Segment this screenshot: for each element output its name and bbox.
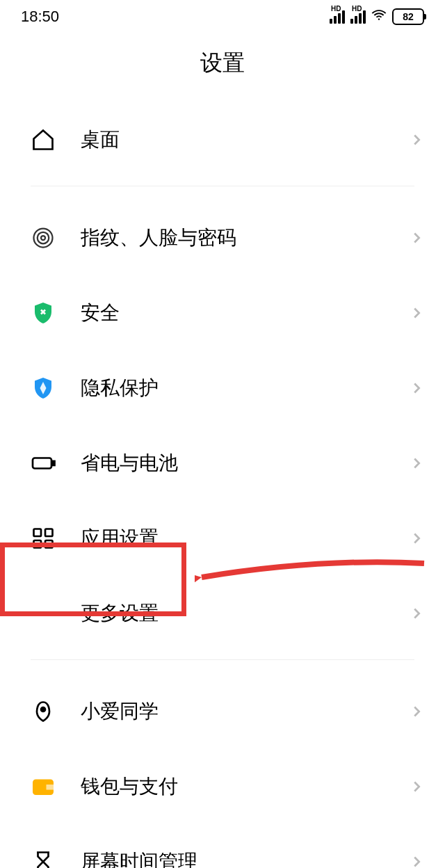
- signal-sim2-icon: HD: [350, 10, 366, 24]
- item-label: 小爱同学: [81, 698, 409, 725]
- settings-item-more[interactable]: 更多设置: [0, 576, 445, 651]
- chevron-right-icon: [409, 132, 424, 147]
- svg-rect-6: [34, 529, 42, 537]
- item-label: 安全: [81, 300, 409, 326]
- apps-grid-icon: [31, 526, 56, 551]
- settings-item-screentime[interactable]: 屏幕时间管理: [0, 824, 445, 868]
- settings-item-battery[interactable]: 省电与电池: [0, 426, 445, 501]
- svg-rect-9: [45, 540, 53, 548]
- chevron-right-icon: [409, 456, 424, 471]
- shield-icon: [31, 300, 56, 326]
- battery-icon: 82: [392, 8, 424, 25]
- svg-point-2: [41, 236, 45, 240]
- fingerprint-icon: [31, 225, 56, 250]
- chevron-right-icon: [409, 305, 424, 321]
- svg-rect-15: [47, 785, 54, 790]
- page-title: 设置: [0, 30, 445, 102]
- status-time: 18:50: [21, 8, 59, 26]
- item-label: 隐私保护: [81, 375, 409, 401]
- svg-point-1: [38, 232, 49, 244]
- item-label: 省电与电池: [81, 450, 409, 476]
- chevron-right-icon: [409, 606, 424, 621]
- chevron-right-icon: [409, 779, 424, 794]
- settings-item-apps[interactable]: 应用设置: [0, 501, 445, 576]
- settings-item-ai-assistant[interactable]: 小爱同学: [0, 674, 445, 749]
- svg-point-13: [41, 707, 45, 712]
- wifi-icon: [371, 7, 387, 26]
- privacy-shield-icon: [31, 376, 56, 401]
- battery-icon: [31, 451, 56, 476]
- divider: [31, 186, 414, 186]
- svg-point-0: [34, 229, 53, 248]
- item-label: 钱包与支付: [81, 773, 409, 800]
- svg-point-11: [41, 611, 45, 616]
- item-label: 应用设置: [81, 525, 409, 552]
- svg-point-12: [49, 611, 53, 616]
- svg-point-10: [34, 611, 38, 616]
- settings-item-wallet[interactable]: 钱包与支付: [0, 749, 445, 824]
- home-icon: [31, 127, 56, 152]
- status-bar: 18:50 HD HD 82: [0, 0, 445, 30]
- settings-item-security[interactable]: 安全: [0, 275, 445, 351]
- status-indicators: HD HD 82: [330, 7, 424, 26]
- wallet-icon: [31, 774, 56, 799]
- svg-rect-7: [45, 529, 53, 537]
- divider: [31, 659, 414, 660]
- chevron-right-icon: [409, 704, 424, 719]
- item-label: 屏幕时间管理: [81, 849, 409, 868]
- hourglass-icon: [31, 849, 56, 868]
- item-label: 指纹、人脸与密码: [81, 225, 409, 251]
- settings-item-desktop[interactable]: 桌面: [0, 102, 445, 177]
- chevron-right-icon: [409, 380, 424, 396]
- more-dots-icon: [31, 601, 56, 626]
- settings-item-privacy[interactable]: 隐私保护: [0, 351, 445, 426]
- settings-item-biometric[interactable]: 指纹、人脸与密码: [0, 200, 445, 275]
- ai-assistant-icon: [31, 699, 56, 724]
- chevron-right-icon: [409, 854, 424, 868]
- item-label: 更多设置: [81, 600, 409, 627]
- svg-rect-8: [34, 540, 42, 548]
- svg-rect-4: [33, 458, 51, 469]
- svg-rect-5: [53, 461, 55, 465]
- chevron-right-icon: [409, 230, 424, 246]
- item-label: 桌面: [81, 127, 409, 153]
- settings-list: 桌面 指纹、人脸与密码 安全 隐私保护 省电与电池 应用设置: [0, 102, 445, 868]
- signal-sim1-icon: HD: [330, 10, 345, 24]
- chevron-right-icon: [409, 531, 424, 546]
